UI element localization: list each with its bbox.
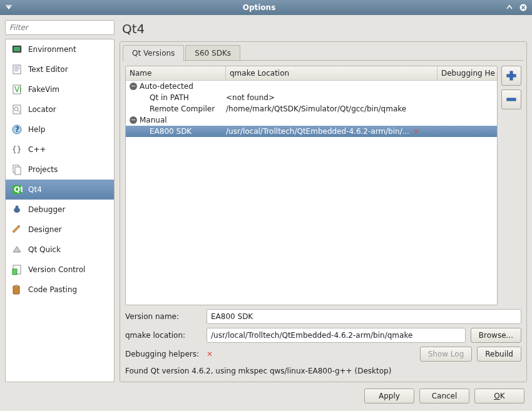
category-list: Environment Text Editor Vi FakeVim Locat… <box>5 39 115 382</box>
tree-item-name: Remote Compiler <box>126 104 226 113</box>
tree-item-name: Qt in PATH <box>126 93 226 102</box>
sidebar-item-label: Debugger <box>28 205 65 214</box>
sidebar-item-text-editor[interactable]: Text Editor <box>6 59 114 79</box>
sidebar-item-qt-quick[interactable]: Qt Quick <box>6 240 114 260</box>
svg-rect-23 <box>13 269 17 275</box>
qt-versions-tree[interactable]: Name qmake Location Debugging He − Auto-… <box>125 66 498 305</box>
environment-icon <box>11 43 23 56</box>
svg-rect-27 <box>507 74 516 77</box>
help-icon: ? <box>11 123 23 136</box>
tree-item-qt-in-path[interactable]: Qt in PATH <not found> <box>126 92 497 103</box>
filter-input[interactable] <box>5 20 115 35</box>
sidebar-item-cpp[interactable]: {} C++ <box>6 140 114 160</box>
sidebar-item-label: Environment <box>28 45 76 54</box>
tree-item-location: /home/mark/QtSDK/Simulator/Qt/gcc/bin/qm… <box>226 104 497 113</box>
tab-s60-sdks[interactable]: S60 SDKs <box>185 45 240 61</box>
sidebar-item-debugger[interactable]: Debugger <box>6 200 114 220</box>
sidebar: Environment Text Editor Vi FakeVim Locat… <box>5 20 115 382</box>
code-pasting-icon <box>11 283 23 296</box>
settings-panel: Qt Versions S60 SDKs Name qmake Location… <box>120 41 527 382</box>
sidebar-item-locator[interactable]: Locator <box>6 99 114 119</box>
error-icon: ✕ <box>207 350 213 358</box>
tab-qt-versions[interactable]: Qt Versions <box>123 45 184 61</box>
tree-item-location: /usr/local/Trolltech/QtEmbedded-4.6.2-ar… <box>226 127 409 136</box>
sidebar-item-environment[interactable]: Environment <box>6 39 114 59</box>
svg-text:Vi: Vi <box>14 85 21 94</box>
svg-rect-0 <box>6 5 12 6</box>
version-name-input[interactable] <box>207 309 521 324</box>
group-label: Auto-detected <box>140 82 193 91</box>
cancel-button[interactable]: Cancel <box>419 388 469 403</box>
qt-quick-icon <box>11 243 23 256</box>
fakevim-icon: Vi <box>11 83 23 96</box>
version-name-label: Version name: <box>125 312 202 321</box>
cpp-icon: {} <box>11 143 23 156</box>
svg-rect-17 <box>15 167 21 175</box>
sidebar-item-label: C++ <box>28 145 46 154</box>
sidebar-item-label: Text Editor <box>28 65 68 74</box>
status-text: Found Qt version 4.6.2, using mkspec qws… <box>125 365 521 377</box>
browse-button[interactable]: Browse... <box>471 328 521 343</box>
svg-rect-28 <box>507 98 516 101</box>
qmake-location-input[interactable] <box>207 328 466 343</box>
ok-button[interactable]: OK <box>474 388 524 403</box>
sidebar-item-label: Designer <box>28 225 62 234</box>
collapse-icon[interactable]: − <box>130 83 137 90</box>
rebuild-button[interactable]: Rebuild <box>477 347 521 362</box>
sidebar-item-label: Qt Quick <box>28 245 61 254</box>
svg-rect-3 <box>14 47 20 51</box>
error-icon: ✕ <box>413 127 419 136</box>
sidebar-item-help[interactable]: ? Help <box>6 119 114 140</box>
sidebar-item-label: Locator <box>28 105 56 114</box>
show-log-button[interactable]: Show Log <box>420 347 473 362</box>
page-title: Qt4 <box>120 20 527 41</box>
tree-item-remote-compiler[interactable]: Remote Compiler /home/mark/QtSDK/Simulat… <box>126 103 497 114</box>
tree-item-ea800-sdk[interactable]: EA800 SDK /usr/local/Trolltech/QtEmbedde… <box>126 126 497 137</box>
svg-text:{}: {} <box>12 145 21 154</box>
svg-text:Qt: Qt <box>14 185 23 194</box>
apply-button[interactable]: Apply <box>364 388 414 403</box>
tree-item-location: <not found> <box>226 93 497 102</box>
sidebar-item-label: Code Pasting <box>28 285 77 294</box>
sidebar-item-label: Projects <box>28 165 58 174</box>
collapse-icon[interactable]: − <box>130 116 137 124</box>
sidebar-item-qt4[interactable]: Qt Qt4 <box>6 180 114 200</box>
locator-icon <box>11 103 23 116</box>
sidebar-item-projects[interactable]: Projects <box>6 160 114 180</box>
svg-point-21 <box>16 206 19 209</box>
tree-group-auto-detected[interactable]: − Auto-detected <box>126 81 497 92</box>
sidebar-item-version-control[interactable]: Version Control <box>6 260 114 280</box>
svg-rect-25 <box>15 285 18 287</box>
svg-rect-24 <box>13 286 19 294</box>
dialog-button-bar: Apply Cancel OK <box>5 382 527 406</box>
column-debugging[interactable]: Debugging He <box>437 66 497 80</box>
sidebar-item-designer[interactable]: Designer <box>6 220 114 240</box>
sidebar-item-label: Help <box>28 125 45 134</box>
debugging-helpers-label: Debugging helpers: <box>125 350 202 358</box>
sidebar-item-fakevim[interactable]: Vi FakeVim <box>6 79 114 99</box>
sidebar-item-label: Version Control <box>28 265 85 274</box>
svg-rect-4 <box>13 65 21 74</box>
close-icon[interactable] <box>518 3 528 13</box>
add-button[interactable] <box>501 66 521 86</box>
qmake-location-label: qmake location: <box>125 331 202 340</box>
sidebar-item-label: Qt4 <box>28 185 42 194</box>
tree-group-manual[interactable]: − Manual <box>126 114 497 126</box>
remove-button[interactable] <box>501 89 521 109</box>
window-titlebar: Options <box>0 0 532 15</box>
sidebar-item-label: FakeVim <box>28 85 59 94</box>
tree-header: Name qmake Location Debugging He <box>126 66 497 81</box>
window-menu-icon[interactable] <box>4 3 14 13</box>
sidebar-item-code-pasting[interactable]: Code Pasting <box>6 280 114 300</box>
window-title: Options <box>14 3 504 12</box>
tree-item-name: EA800 SDK <box>126 127 226 136</box>
roll-up-icon[interactable] <box>504 3 514 13</box>
version-control-icon <box>11 263 23 276</box>
debugger-icon <box>11 203 23 216</box>
column-name[interactable]: Name <box>126 66 226 80</box>
projects-icon <box>11 163 23 176</box>
column-location[interactable]: qmake Location <box>226 66 437 80</box>
svg-text:?: ? <box>15 125 19 134</box>
group-label: Manual <box>140 116 167 124</box>
qt4-icon: Qt <box>11 183 23 196</box>
